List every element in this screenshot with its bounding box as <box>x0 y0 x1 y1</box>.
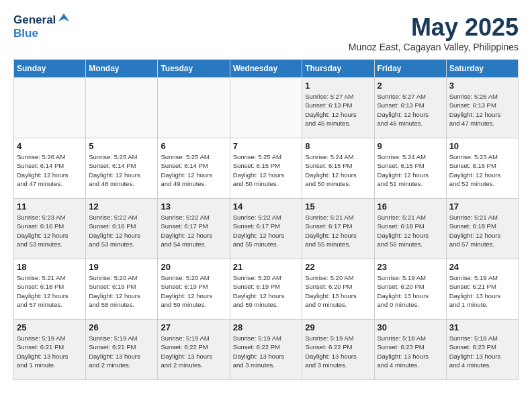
logo-bird-icon <box>57 12 71 26</box>
day-number: 21 <box>233 262 300 272</box>
day-info: Sunrise: 5:26 AM Sunset: 6:14 PM Dayligh… <box>17 152 83 188</box>
day-info: Sunrise: 5:27 AM Sunset: 6:13 PM Dayligh… <box>305 92 371 128</box>
day-number: 16 <box>378 201 443 212</box>
day-number: 8 <box>305 141 371 151</box>
day-cell: 23Sunrise: 5:19 AM Sunset: 6:20 PM Dayli… <box>374 259 446 320</box>
day-number: 14 <box>233 201 300 212</box>
col-header-tuesday: Tuesday <box>158 60 230 78</box>
day-cell: 7Sunrise: 5:25 AM Sunset: 6:15 PM Daylig… <box>230 138 302 199</box>
day-number: 30 <box>378 322 443 332</box>
day-cell: 25Sunrise: 5:19 AM Sunset: 6:21 PM Dayli… <box>14 320 86 380</box>
day-number: 31 <box>449 322 515 332</box>
day-cell: 20Sunrise: 5:20 AM Sunset: 6:19 PM Dayli… <box>158 259 230 320</box>
day-cell <box>230 78 302 138</box>
day-info: Sunrise: 5:20 AM Sunset: 6:19 PM Dayligh… <box>89 273 154 309</box>
day-info: Sunrise: 5:23 AM Sunset: 6:16 PM Dayligh… <box>17 213 83 248</box>
day-info: Sunrise: 5:20 AM Sunset: 6:20 PM Dayligh… <box>305 273 371 309</box>
day-info: Sunrise: 5:21 AM Sunset: 6:18 PM Dayligh… <box>378 213 443 248</box>
logo-general: General <box>13 13 56 27</box>
day-info: Sunrise: 5:21 AM Sunset: 6:18 PM Dayligh… <box>449 213 515 248</box>
day-number: 22 <box>305 262 371 272</box>
day-number: 6 <box>161 141 226 151</box>
day-info: Sunrise: 5:24 AM Sunset: 6:15 PM Dayligh… <box>305 152 371 188</box>
location: Munoz East, Cagayan Valley, Philippines <box>349 42 519 52</box>
day-info: Sunrise: 5:19 AM Sunset: 6:21 PM Dayligh… <box>89 334 154 369</box>
day-number: 17 <box>449 201 515 212</box>
day-info: Sunrise: 5:18 AM Sunset: 6:23 PM Dayligh… <box>378 334 443 369</box>
day-info: Sunrise: 5:26 AM Sunset: 6:13 PM Dayligh… <box>449 92 515 128</box>
day-number: 13 <box>161 201 226 212</box>
day-cell: 3Sunrise: 5:26 AM Sunset: 6:13 PM Daylig… <box>446 78 518 138</box>
day-number: 3 <box>449 81 515 91</box>
week-row-1: 1Sunrise: 5:27 AM Sunset: 6:13 PM Daylig… <box>14 78 519 138</box>
day-cell: 24Sunrise: 5:19 AM Sunset: 6:21 PM Dayli… <box>446 259 518 320</box>
day-info: Sunrise: 5:21 AM Sunset: 6:18 PM Dayligh… <box>17 273 83 309</box>
day-number: 24 <box>449 262 515 272</box>
day-cell: 14Sunrise: 5:22 AM Sunset: 6:17 PM Dayli… <box>230 199 302 259</box>
col-header-thursday: Thursday <box>302 60 374 78</box>
day-cell: 18Sunrise: 5:21 AM Sunset: 6:18 PM Dayli… <box>14 259 86 320</box>
col-header-sunday: Sunday <box>14 60 86 78</box>
day-info: Sunrise: 5:22 AM Sunset: 6:17 PM Dayligh… <box>233 213 300 248</box>
week-row-5: 25Sunrise: 5:19 AM Sunset: 6:21 PM Dayli… <box>14 320 519 380</box>
day-cell: 28Sunrise: 5:19 AM Sunset: 6:22 PM Dayli… <box>230 320 302 380</box>
day-cell: 27Sunrise: 5:19 AM Sunset: 6:22 PM Dayli… <box>158 320 230 380</box>
day-cell: 17Sunrise: 5:21 AM Sunset: 6:18 PM Dayli… <box>446 199 518 259</box>
day-info: Sunrise: 5:19 AM Sunset: 6:22 PM Dayligh… <box>161 334 226 369</box>
day-cell <box>86 78 158 138</box>
day-info: Sunrise: 5:22 AM Sunset: 6:17 PM Dayligh… <box>161 213 226 248</box>
day-info: Sunrise: 5:25 AM Sunset: 6:15 PM Dayligh… <box>233 152 300 188</box>
day-info: Sunrise: 5:24 AM Sunset: 6:15 PM Dayligh… <box>378 152 443 188</box>
day-info: Sunrise: 5:19 AM Sunset: 6:22 PM Dayligh… <box>233 334 300 369</box>
day-cell: 4Sunrise: 5:26 AM Sunset: 6:14 PM Daylig… <box>14 138 86 199</box>
day-info: Sunrise: 5:19 AM Sunset: 6:21 PM Dayligh… <box>449 273 515 309</box>
day-cell: 10Sunrise: 5:23 AM Sunset: 6:16 PM Dayli… <box>446 138 518 199</box>
day-number: 26 <box>89 322 154 332</box>
day-info: Sunrise: 5:23 AM Sunset: 6:16 PM Dayligh… <box>449 152 515 188</box>
day-number: 10 <box>449 141 515 151</box>
title-section: May 2025 Munoz East, Cagayan Valley, Phi… <box>349 13 519 52</box>
week-row-2: 4Sunrise: 5:26 AM Sunset: 6:14 PM Daylig… <box>14 138 519 199</box>
day-cell: 2Sunrise: 5:27 AM Sunset: 6:13 PM Daylig… <box>374 78 446 138</box>
day-cell <box>14 78 86 138</box>
day-number: 18 <box>17 262 83 272</box>
day-number: 23 <box>378 262 443 272</box>
week-row-4: 18Sunrise: 5:21 AM Sunset: 6:18 PM Dayli… <box>14 259 519 320</box>
day-number: 25 <box>17 322 83 332</box>
day-number: 5 <box>89 141 154 151</box>
day-cell: 16Sunrise: 5:21 AM Sunset: 6:18 PM Dayli… <box>374 199 446 259</box>
day-info: Sunrise: 5:22 AM Sunset: 6:16 PM Dayligh… <box>89 213 154 248</box>
day-number: 4 <box>17 141 83 151</box>
svg-marker-0 <box>58 13 69 21</box>
logo: General Blue <box>13 13 71 40</box>
day-info: Sunrise: 5:19 AM Sunset: 6:22 PM Dayligh… <box>305 334 371 369</box>
day-number: 29 <box>305 322 371 332</box>
col-header-friday: Friday <box>374 60 446 78</box>
day-number: 15 <box>305 201 371 212</box>
day-cell: 12Sunrise: 5:22 AM Sunset: 6:16 PM Dayli… <box>86 199 158 259</box>
page-header: General Blue May 2025 Munoz East, Cagaya… <box>13 13 519 52</box>
day-info: Sunrise: 5:20 AM Sunset: 6:19 PM Dayligh… <box>161 273 226 309</box>
day-info: Sunrise: 5:20 AM Sunset: 6:19 PM Dayligh… <box>233 273 300 309</box>
day-cell: 19Sunrise: 5:20 AM Sunset: 6:19 PM Dayli… <box>86 259 158 320</box>
day-info: Sunrise: 5:27 AM Sunset: 6:13 PM Dayligh… <box>378 92 443 128</box>
day-number: 11 <box>17 201 83 212</box>
header-row: SundayMondayTuesdayWednesdayThursdayFrid… <box>14 60 519 78</box>
day-cell: 9Sunrise: 5:24 AM Sunset: 6:15 PM Daylig… <box>374 138 446 199</box>
day-number: 19 <box>89 262 154 272</box>
day-cell: 13Sunrise: 5:22 AM Sunset: 6:17 PM Dayli… <box>158 199 230 259</box>
day-cell: 5Sunrise: 5:25 AM Sunset: 6:14 PM Daylig… <box>86 138 158 199</box>
day-number: 9 <box>378 141 443 151</box>
day-info: Sunrise: 5:25 AM Sunset: 6:14 PM Dayligh… <box>89 152 154 188</box>
day-number: 20 <box>161 262 226 272</box>
day-number: 12 <box>89 201 154 212</box>
day-info: Sunrise: 5:21 AM Sunset: 6:17 PM Dayligh… <box>305 213 371 248</box>
day-cell: 1Sunrise: 5:27 AM Sunset: 6:13 PM Daylig… <box>302 78 374 138</box>
day-info: Sunrise: 5:25 AM Sunset: 6:14 PM Dayligh… <box>161 152 226 188</box>
week-row-3: 11Sunrise: 5:23 AM Sunset: 6:16 PM Dayli… <box>14 199 519 259</box>
day-cell: 21Sunrise: 5:20 AM Sunset: 6:19 PM Dayli… <box>230 259 302 320</box>
day-cell: 11Sunrise: 5:23 AM Sunset: 6:16 PM Dayli… <box>14 199 86 259</box>
day-cell: 15Sunrise: 5:21 AM Sunset: 6:17 PM Dayli… <box>302 199 374 259</box>
month-title: May 2025 <box>349 13 519 42</box>
day-number: 1 <box>305 81 371 91</box>
